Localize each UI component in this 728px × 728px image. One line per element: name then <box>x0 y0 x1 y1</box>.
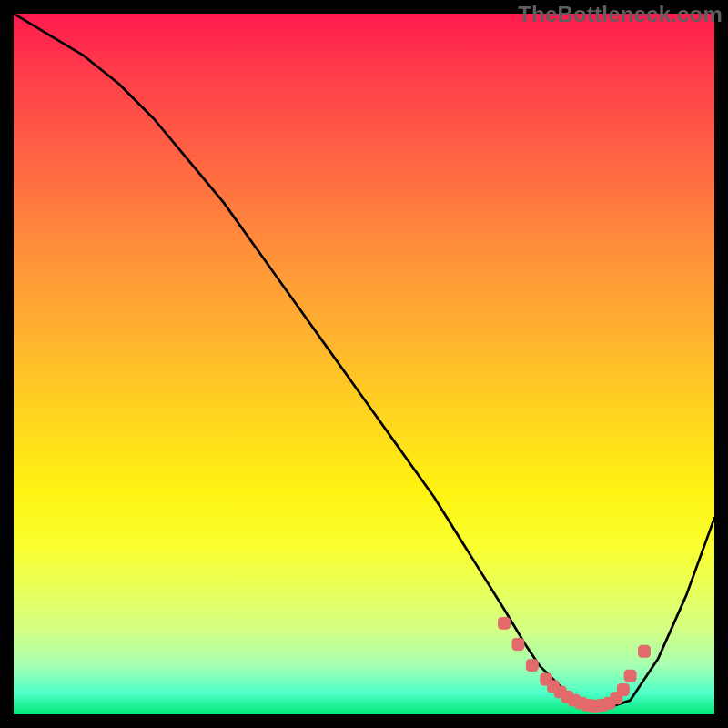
pink-marker-dot <box>498 617 511 630</box>
pink-marker-dot <box>617 683 630 696</box>
plot-area <box>14 14 714 714</box>
chart-overlay-svg <box>14 14 714 714</box>
chart-frame: TheBottleneck.com <box>0 0 728 728</box>
black-curve-line <box>14 14 714 707</box>
pink-marker-dot <box>638 645 651 658</box>
watermark-label: TheBottleneck.com <box>518 2 723 27</box>
pink-marker-dot <box>624 670 637 682</box>
pink-marker-dot <box>511 638 524 651</box>
pink-marker-dot <box>526 659 539 672</box>
pink-trough-markers <box>498 617 651 713</box>
